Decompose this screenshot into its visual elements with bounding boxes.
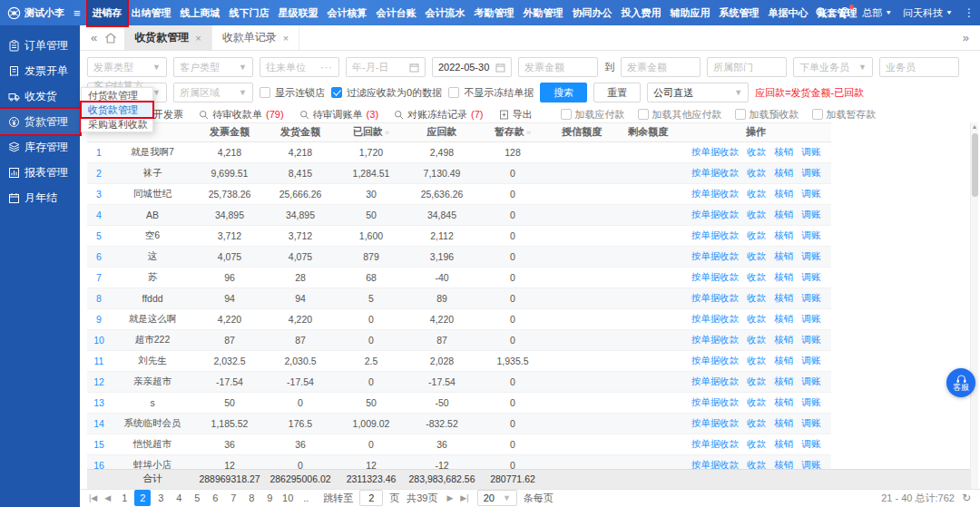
receive-link[interactable]: 收款 [747,188,766,200]
company-selector[interactable]: 问天科技▼ [903,6,953,20]
flyout-item-purchase-rebate[interactable]: 采购返利收款 [82,117,152,132]
row-index-link[interactable]: 8 [87,293,111,304]
receive-link[interactable]: 收款 [747,209,766,221]
receive-by-order-link[interactable]: 按单据收款 [691,396,740,409]
scroll-up-icon[interactable]: ▲ [971,122,978,132]
row-index-link[interactable]: 1 [87,147,111,158]
reset-button[interactable]: 重置 [593,83,641,102]
receive-link[interactable]: 收款 [747,250,766,263]
writeoff-link[interactable]: 核销 [774,396,793,409]
adjust-link[interactable]: 调账 [801,146,820,159]
receive-link[interactable]: 收款 [747,313,766,326]
invoice-type-select[interactable]: 发票类型▼ [87,57,167,77]
row-index-link[interactable]: 15 [87,439,111,450]
tab-overflow-icon[interactable]: » [957,31,975,44]
receive-by-order-link[interactable]: 按单据收款 [691,146,740,159]
top-nav-item[interactable]: 单据中心 [764,0,813,25]
close-icon[interactable]: × [283,33,289,44]
sidebar-item-payments[interactable]: 货款管理 [0,109,80,134]
chain-store-checkbox[interactable]: 显示连锁店 [260,86,325,100]
row-index-link[interactable]: 6 [87,251,111,262]
refresh-icon[interactable]: ↻ [962,492,971,504]
writeoff-link[interactable]: 核销 [774,271,793,284]
receive-link[interactable]: 收款 [747,355,766,367]
writeoff-link[interactable]: 核销 [774,417,793,430]
export-button[interactable]: 导出 [499,108,533,122]
pending-adjustments-button[interactable]: 待审调账单3 [299,108,378,122]
first-page-button[interactable]: |◀ [87,493,99,502]
page-number[interactable]: 2 [134,490,151,506]
order-salesman-select[interactable]: 下单业务员▼ [793,57,873,77]
collapse-sidebar-icon[interactable]: « [85,31,103,44]
current-user[interactable]: 测试小李 [24,6,64,20]
search-icon[interactable] [815,6,828,19]
adjust-link[interactable]: 调账 [801,292,820,305]
writeoff-link[interactable]: 核销 [774,229,793,242]
row-index-link[interactable]: 11 [87,356,111,366]
amount-from-input[interactable]: 发票金额 [518,57,598,77]
top-nav-item[interactable]: 会计流水 [421,0,470,25]
adjust-link[interactable]: 调账 [801,459,820,469]
top-nav-item[interactable]: 考勤管理 [470,0,519,25]
row-index-link[interactable]: 3 [87,189,111,200]
sidebar-item-invoicing[interactable]: 发票开单 [0,58,80,83]
tab-receipt-records[interactable]: 收款单记录 × [212,25,299,50]
receive-by-order-link[interactable]: 按单据收款 [691,334,740,346]
writeoff-link[interactable]: 核销 [774,292,793,305]
header-temp-amount[interactable]: 暂存款» [477,125,548,139]
adjust-link[interactable]: 调账 [801,250,820,263]
sidebar-item-shipping[interactable]: 收发货 [0,83,80,109]
amount-to-input[interactable]: 发票金额 [621,57,701,77]
top-nav-item[interactable]: 协同办公 [568,0,617,25]
receive-by-order-link[interactable]: 按单据收款 [691,292,740,305]
row-index-link[interactable]: 2 [87,168,111,179]
top-nav-item[interactable]: 外勤管理 [519,0,568,25]
row-index-link[interactable]: 13 [87,397,111,408]
date-start-input[interactable]: 年-月-日 [346,57,426,77]
receive-by-order-link[interactable]: 按单据收款 [691,417,740,430]
adjust-link[interactable]: 调账 [801,396,820,409]
page-number[interactable]: 1 [116,490,132,506]
last-page-button[interactable]: ▶| [458,493,470,502]
receive-link[interactable]: 收款 [747,271,766,284]
page-number[interactable]: .. [298,490,314,506]
top-nav-item[interactable]: 进销存 [88,0,127,25]
writeoff-link[interactable]: 核销 [774,438,793,451]
writeoff-link[interactable]: 核销 [774,334,793,346]
top-nav-item[interactable]: 会计台账 [372,0,421,25]
row-index-link[interactable]: 4 [87,210,111,220]
top-nav-item[interactable]: 投入费用 [617,0,666,25]
writeoff-link[interactable]: 核销 [774,355,793,367]
adjust-link[interactable]: 调账 [801,271,820,284]
adjust-link[interactable]: 调账 [801,355,820,367]
adjust-link[interactable]: 调账 [801,417,820,430]
hide-frozen-checkbox[interactable]: 不显示冻结单据 [448,86,534,100]
receive-by-order-link[interactable]: 按单据收款 [691,250,740,263]
row-index-link[interactable]: 7 [87,272,111,283]
writeoff-link[interactable]: 核销 [774,146,793,159]
menu-toggle-icon[interactable]: ≡ [74,6,81,20]
sidebar-item-reports[interactable]: 报表管理 [0,160,80,185]
page-number[interactable]: 3 [152,490,169,506]
receive-link[interactable]: 收款 [747,292,766,305]
scrollbar-thumb[interactable] [972,133,978,197]
row-index-link[interactable]: 12 [87,376,111,387]
page-number[interactable]: 6 [207,490,223,506]
writeoff-link[interactable]: 核销 [774,188,793,200]
next-page-button[interactable]: ▶ [445,493,455,502]
receive-by-order-link[interactable]: 按单据收款 [691,188,740,200]
page-number[interactable]: 4 [171,490,187,506]
more-options-icon[interactable]: ⋮ [964,6,975,19]
page-number[interactable]: 10 [279,490,296,506]
receive-by-order-link[interactable]: 按单据收款 [691,229,740,242]
row-index-link[interactable]: 5 [87,230,111,241]
salesman-input[interactable]: 业务员 [879,57,959,77]
top-nav-item[interactable]: 系统管理 [715,0,764,25]
receive-link[interactable]: 收款 [747,438,766,451]
receive-link[interactable]: 收款 [747,396,766,409]
vertical-scrollbar[interactable]: ▲ [970,122,978,489]
receive-link[interactable]: 收款 [747,146,766,159]
top-nav-item[interactable]: 出纳管理 [127,0,176,25]
department-input[interactable]: 所属部门 [707,57,787,77]
receive-by-order-link[interactable]: 按单据收款 [691,459,740,469]
